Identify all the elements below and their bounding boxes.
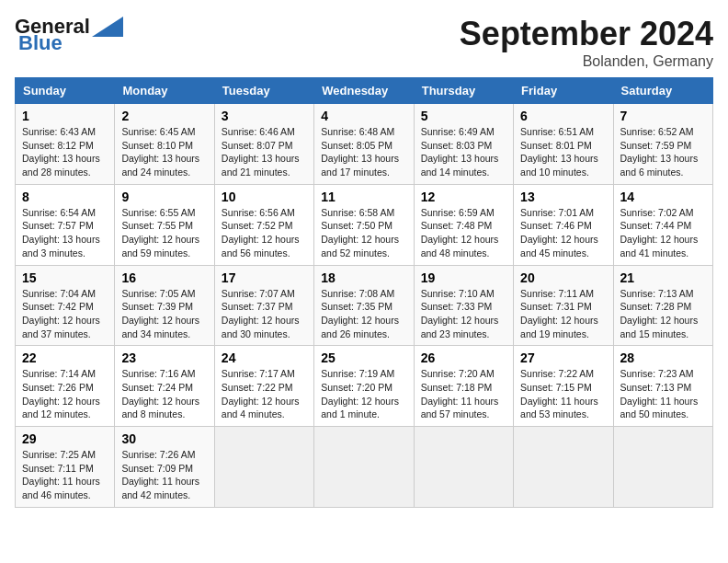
calendar-cell: 4Sunrise: 6:48 AMSunset: 8:05 PMDaylight… (314, 104, 414, 185)
weekday-header-monday: Monday (115, 78, 214, 104)
logo: General Blue (15, 15, 123, 55)
day-number: 16 (121, 270, 207, 285)
calendar-cell: 8Sunrise: 6:54 AMSunset: 7:57 PMDaylight… (16, 184, 115, 265)
day-info: Sunrise: 7:10 AMSunset: 7:33 PMDaylight:… (421, 287, 506, 341)
calendar-week-5: 29Sunrise: 7:25 AMSunset: 7:11 PMDayligh… (16, 427, 713, 508)
calendar-cell (214, 427, 313, 508)
day-info: Sunrise: 6:46 AMSunset: 8:07 PMDaylight:… (222, 125, 307, 179)
day-number: 10 (222, 190, 307, 204)
calendar-week-1: 1Sunrise: 6:43 AMSunset: 8:12 PMDaylight… (16, 104, 713, 185)
calendar-cell: 12Sunrise: 6:59 AMSunset: 7:48 PMDayligh… (414, 184, 513, 265)
day-info: Sunrise: 7:08 AMSunset: 7:35 PMDaylight:… (321, 287, 406, 341)
day-number: 24 (222, 350, 307, 365)
day-info: Sunrise: 7:16 AMSunset: 7:24 PMDaylight:… (121, 367, 207, 421)
day-number: 3 (222, 109, 307, 123)
calendar-cell: 5Sunrise: 6:49 AMSunset: 8:03 PMDaylight… (414, 104, 513, 185)
day-info: Sunrise: 7:26 AMSunset: 7:09 PMDaylight:… (121, 448, 207, 502)
month-title: September 2024 (460, 15, 713, 53)
calendar-cell: 7Sunrise: 6:52 AMSunset: 7:59 PMDaylight… (613, 104, 712, 185)
calendar-cell: 20Sunrise: 7:11 AMSunset: 7:31 PMDayligh… (514, 265, 613, 346)
day-info: Sunrise: 6:43 AMSunset: 8:12 PMDaylight:… (22, 125, 108, 179)
day-number: 28 (620, 350, 706, 365)
day-info: Sunrise: 7:01 AMSunset: 7:46 PMDaylight:… (520, 206, 606, 260)
day-info: Sunrise: 7:02 AMSunset: 7:44 PMDaylight:… (620, 206, 706, 260)
day-number: 15 (22, 270, 108, 285)
day-number: 12 (421, 190, 506, 204)
calendar-cell: 14Sunrise: 7:02 AMSunset: 7:44 PMDayligh… (613, 184, 712, 265)
calendar-cell: 29Sunrise: 7:25 AMSunset: 7:11 PMDayligh… (16, 427, 115, 508)
day-number: 25 (321, 350, 406, 365)
day-number: 5 (421, 109, 506, 123)
calendar-cell: 19Sunrise: 7:10 AMSunset: 7:33 PMDayligh… (414, 265, 513, 346)
calendar-cell: 24Sunrise: 7:17 AMSunset: 7:22 PMDayligh… (214, 346, 313, 427)
day-info: Sunrise: 6:51 AMSunset: 8:01 PMDaylight:… (520, 125, 606, 179)
day-info: Sunrise: 7:25 AMSunset: 7:11 PMDaylight:… (22, 448, 108, 502)
title-area: September 2024 Bolanden, Germany (460, 15, 713, 70)
calendar-cell (314, 427, 414, 508)
calendar-cell (514, 427, 613, 508)
day-number: 17 (222, 270, 307, 285)
day-info: Sunrise: 6:45 AMSunset: 8:10 PMDaylight:… (121, 125, 207, 179)
calendar-cell: 13Sunrise: 7:01 AMSunset: 7:46 PMDayligh… (514, 184, 613, 265)
calendar-cell: 15Sunrise: 7:04 AMSunset: 7:42 PMDayligh… (16, 265, 115, 346)
day-number: 2 (121, 109, 207, 123)
day-info: Sunrise: 7:13 AMSunset: 7:28 PMDaylight:… (620, 287, 706, 341)
day-number: 11 (321, 190, 406, 204)
calendar-week-4: 22Sunrise: 7:14 AMSunset: 7:26 PMDayligh… (16, 346, 713, 427)
day-number: 6 (520, 109, 606, 123)
day-number: 29 (22, 431, 108, 446)
day-info: Sunrise: 7:23 AMSunset: 7:13 PMDaylight:… (620, 367, 706, 421)
day-number: 19 (421, 270, 506, 285)
page-header: General Blue September 2024 Bolanden, Ge… (15, 15, 713, 70)
calendar-body: 1Sunrise: 6:43 AMSunset: 8:12 PMDaylight… (16, 104, 713, 508)
day-number: 4 (321, 109, 406, 123)
day-info: Sunrise: 7:20 AMSunset: 7:18 PMDaylight:… (421, 367, 506, 421)
day-info: Sunrise: 6:56 AMSunset: 7:52 PMDaylight:… (222, 206, 307, 260)
calendar-cell: 27Sunrise: 7:22 AMSunset: 7:15 PMDayligh… (514, 346, 613, 427)
calendar-cell: 25Sunrise: 7:19 AMSunset: 7:20 PMDayligh… (314, 346, 414, 427)
day-number: 21 (620, 270, 706, 285)
day-info: Sunrise: 7:19 AMSunset: 7:20 PMDaylight:… (321, 367, 406, 421)
calendar-cell (613, 427, 712, 508)
day-info: Sunrise: 7:11 AMSunset: 7:31 PMDaylight:… (520, 287, 606, 341)
logo-blue: Blue (15, 31, 63, 55)
day-info: Sunrise: 6:49 AMSunset: 8:03 PMDaylight:… (421, 125, 506, 179)
day-info: Sunrise: 7:17 AMSunset: 7:22 PMDaylight:… (222, 367, 307, 421)
weekday-header-saturday: Saturday (613, 78, 712, 104)
day-number: 13 (520, 190, 606, 204)
day-number: 23 (121, 350, 207, 365)
calendar-cell: 2Sunrise: 6:45 AMSunset: 8:10 PMDaylight… (115, 104, 214, 185)
day-number: 1 (22, 109, 108, 123)
day-number: 30 (121, 431, 207, 446)
weekday-header-wednesday: Wednesday (314, 78, 414, 104)
day-info: Sunrise: 7:22 AMSunset: 7:15 PMDaylight:… (520, 367, 606, 421)
calendar-cell (414, 427, 513, 508)
calendar-cell: 17Sunrise: 7:07 AMSunset: 7:37 PMDayligh… (214, 265, 313, 346)
day-info: Sunrise: 6:59 AMSunset: 7:48 PMDaylight:… (421, 206, 506, 260)
calendar-cell: 26Sunrise: 7:20 AMSunset: 7:18 PMDayligh… (414, 346, 513, 427)
day-number: 9 (121, 190, 207, 204)
day-number: 22 (22, 350, 108, 365)
calendar-cell: 18Sunrise: 7:08 AMSunset: 7:35 PMDayligh… (314, 265, 414, 346)
calendar-cell: 30Sunrise: 7:26 AMSunset: 7:09 PMDayligh… (115, 427, 214, 508)
calendar-cell: 22Sunrise: 7:14 AMSunset: 7:26 PMDayligh… (16, 346, 115, 427)
calendar-cell: 21Sunrise: 7:13 AMSunset: 7:28 PMDayligh… (613, 265, 712, 346)
calendar-cell: 16Sunrise: 7:05 AMSunset: 7:39 PMDayligh… (115, 265, 214, 346)
calendar-week-3: 15Sunrise: 7:04 AMSunset: 7:42 PMDayligh… (16, 265, 713, 346)
day-info: Sunrise: 6:55 AMSunset: 7:55 PMDaylight:… (121, 206, 207, 260)
day-number: 8 (22, 190, 108, 204)
day-info: Sunrise: 7:04 AMSunset: 7:42 PMDaylight:… (22, 287, 108, 341)
day-info: Sunrise: 7:05 AMSunset: 7:39 PMDaylight:… (121, 287, 207, 341)
calendar-cell: 3Sunrise: 6:46 AMSunset: 8:07 PMDaylight… (214, 104, 313, 185)
calendar-cell: 23Sunrise: 7:16 AMSunset: 7:24 PMDayligh… (115, 346, 214, 427)
day-info: Sunrise: 6:48 AMSunset: 8:05 PMDaylight:… (321, 125, 406, 179)
calendar-cell: 9Sunrise: 6:55 AMSunset: 7:55 PMDaylight… (115, 184, 214, 265)
location-title: Bolanden, Germany (460, 53, 713, 70)
day-number: 14 (620, 190, 706, 204)
day-info: Sunrise: 6:54 AMSunset: 7:57 PMDaylight:… (22, 206, 108, 260)
day-number: 27 (520, 350, 606, 365)
calendar-cell: 28Sunrise: 7:23 AMSunset: 7:13 PMDayligh… (613, 346, 712, 427)
weekday-header-friday: Friday (514, 78, 613, 104)
day-number: 7 (620, 109, 706, 123)
calendar-cell: 11Sunrise: 6:58 AMSunset: 7:50 PMDayligh… (314, 184, 414, 265)
